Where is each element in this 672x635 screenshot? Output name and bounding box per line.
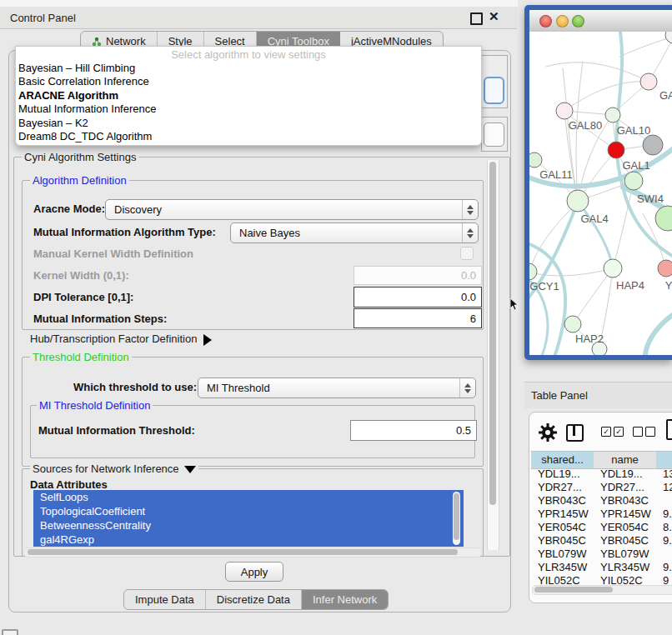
- table-cell[interactable]: YLR345W: [538, 561, 595, 574]
- table-cell[interactable]: 9: [663, 574, 672, 584]
- table-hscrollbar[interactable]: [532, 585, 672, 595]
- hub-definition-toggle[interactable]: Hub/Transcription Factor Definition: [30, 332, 212, 346]
- table-hscroll-thumb[interactable]: [534, 587, 613, 592]
- table-cell[interactable]: YBL079W: [600, 548, 658, 561]
- mi-steps-field[interactable]: 6: [354, 308, 482, 328]
- node-big-green[interactable]: [655, 206, 672, 231]
- network-window-titlebar[interactable]: [529, 10, 672, 32]
- attribute-item-topologicalcoefficient[interactable]: TopologicalCoefficient: [33, 504, 464, 518]
- attribute-item-betweennesscentrality[interactable]: BetweennessCentrality: [33, 518, 464, 532]
- node-hap2[interactable]: [564, 316, 581, 332]
- node-gal4[interactable]: [567, 190, 589, 212]
- close-light-icon[interactable]: [539, 15, 552, 28]
- dropdown-option-bayesian-hill-climbing[interactable]: Bayesian – Hill Climbing: [18, 62, 479, 75]
- table-cell[interactable]: YLR345W: [600, 561, 658, 574]
- dropdown-option-basic-correlation-inference[interactable]: Basic Correlation Inference: [18, 75, 479, 88]
- zoom-light-icon[interactable]: [572, 15, 584, 28]
- dropdown-option-dream8-dc-tdc-algorithm[interactable]: Dream8 DC_TDC Algorithm: [18, 130, 479, 143]
- table-row[interactable]: YBR045CYBR045C9.: [531, 534, 672, 548]
- table-cell[interactable]: 9.: [663, 534, 672, 548]
- minimize-light-icon[interactable]: [556, 15, 569, 28]
- dpi-tolerance-field[interactable]: 0.0: [354, 287, 482, 308]
- node-swi4[interactable]: [624, 172, 643, 190]
- float-panel-icon[interactable]: [470, 12, 483, 25]
- table-cell[interactable]: 13: [663, 468, 672, 481]
- node-gal80[interactable]: [556, 102, 573, 119]
- aracne-mode-select[interactable]: Discovery: [105, 199, 479, 220]
- deselect-all-icon[interactable]: [633, 427, 655, 437]
- bottom-tab-discretize-data[interactable]: Discretize Data: [206, 590, 302, 609]
- table-cell[interactable]: 8.: [663, 521, 672, 534]
- table-row[interactable]: YLR345WYLR345W9.: [531, 561, 672, 574]
- table-cell[interactable]: YIL052C: [538, 574, 595, 584]
- table-cell[interactable]: [663, 494, 672, 508]
- table-cell[interactable]: 9.: [663, 508, 672, 521]
- table-row[interactable]: YPR145WYPR145W9.: [531, 508, 672, 521]
- table-cell[interactable]: YPR145W: [600, 508, 658, 521]
- node-gal11[interactable]: [529, 152, 542, 168]
- table-cell[interactable]: YDL19...: [600, 468, 658, 481]
- column-header-name[interactable]: name: [594, 451, 657, 469]
- table-cell[interactable]: YBR043C: [538, 494, 595, 508]
- table-row[interactable]: YIL052CYIL052C9: [531, 574, 672, 584]
- table-row[interactable]: YER054CYER054C8.: [531, 521, 672, 534]
- document-icon[interactable]: [666, 419, 672, 440]
- table-cell[interactable]: YIL052C: [600, 574, 658, 584]
- column-header-shared[interactable]: shared...: [531, 451, 594, 469]
- table-cell[interactable]: YER054C: [600, 521, 658, 534]
- table-row[interactable]: YDR27...YDR27...12: [531, 481, 672, 494]
- column-header-2[interactable]: [656, 451, 672, 469]
- bottom-tab-infer-network[interactable]: Infer Network: [302, 590, 388, 609]
- table-cell[interactable]: YDR27...: [538, 481, 595, 494]
- bottom-tab-impute-data[interactable]: Impute Data: [124, 590, 206, 609]
- network-view-window[interactable]: GALGAL80GAL10GAL1GAL11SWI4GAL4GCY1HAP4YH…: [524, 5, 672, 360]
- mi-type-select[interactable]: Naive Bayes: [230, 222, 479, 243]
- select-all-icon[interactable]: ✓ ✓: [601, 427, 624, 437]
- table-row[interactable]: YDL19...YDL19...13: [531, 468, 672, 481]
- kernel-width-field[interactable]: 0.0: [354, 266, 482, 285]
- table-cell[interactable]: YDL19...: [538, 468, 595, 481]
- dropdown-option-mutual-information-inference[interactable]: Mutual Information Inference: [18, 102, 479, 116]
- table-cell[interactable]: YDR27...: [600, 481, 658, 494]
- algorithm-dropdown[interactable]: Select algorithm to view settings Bayesi…: [15, 46, 482, 146]
- node-red[interactable]: [608, 142, 624, 158]
- table-row[interactable]: YBR043CYBR043C: [531, 494, 672, 508]
- split-columns-icon[interactable]: [566, 424, 584, 442]
- table-cell[interactable]: 9.: [663, 561, 672, 574]
- attributes-vscroll-thumb[interactable]: [454, 493, 459, 540]
- dropdown-option-aracne-algorithm[interactable]: ARACNE Algorithm: [18, 89, 479, 102]
- table-cell[interactable]: YER054C: [538, 521, 595, 534]
- mi-threshold-field[interactable]: 0.5: [350, 420, 477, 441]
- attribute-item-gal4rgexp[interactable]: gal4RGexp: [33, 532, 464, 547]
- node-gcy1[interactable]: [529, 263, 537, 280]
- table-cell[interactable]: YPR145W: [538, 508, 595, 521]
- attributes-hscrollbar[interactable]: [23, 548, 482, 558]
- node-top-right[interactable]: [665, 32, 672, 43]
- table-row[interactable]: YBL079WYBL079W: [531, 548, 672, 561]
- apply-button[interactable]: Apply: [225, 562, 283, 582]
- table-cell[interactable]: YBL079W: [538, 548, 595, 561]
- sources-toggle[interactable]: Sources for Network Inference: [30, 462, 198, 475]
- attributes-hscroll-thumb[interactable]: [28, 549, 458, 555]
- table-cell[interactable]: YBR043C: [600, 494, 658, 508]
- node-hap4[interactable]: [604, 259, 622, 278]
- manual-kernel-checkbox[interactable]: [460, 247, 474, 260]
- which-threshold-select[interactable]: MI Threshold: [198, 378, 476, 398]
- gear-icon[interactable]: [538, 422, 558, 442]
- settings-scroll-thumb[interactable]: [489, 162, 496, 505]
- table-cell[interactable]: YBR045C: [600, 534, 658, 548]
- dropdown-option-bayesian-k2[interactable]: Bayesian – K2: [18, 117, 479, 130]
- node-salmon[interactable]: [658, 260, 672, 277]
- table-cell[interactable]: [663, 548, 672, 561]
- minimized-panel-icon[interactable]: [2, 629, 18, 635]
- attributes-vscrollbar[interactable]: [453, 492, 460, 545]
- table-cell[interactable]: YBR045C: [538, 534, 595, 548]
- table-cell[interactable]: 12: [663, 481, 672, 494]
- settings-scrollbar[interactable]: [487, 160, 499, 550]
- node-gal10[interactable]: [605, 108, 620, 122]
- node-pink-top[interactable]: [640, 73, 657, 90]
- attribute-item-selfloops[interactable]: SelfLoops: [33, 490, 464, 504]
- node-gray[interactable]: [643, 135, 663, 155]
- close-icon[interactable]: ✕: [489, 9, 499, 24]
- network-canvas[interactable]: GALGAL80GAL10GAL1GAL11SWI4GAL4GCY1HAP4YH…: [529, 32, 672, 355]
